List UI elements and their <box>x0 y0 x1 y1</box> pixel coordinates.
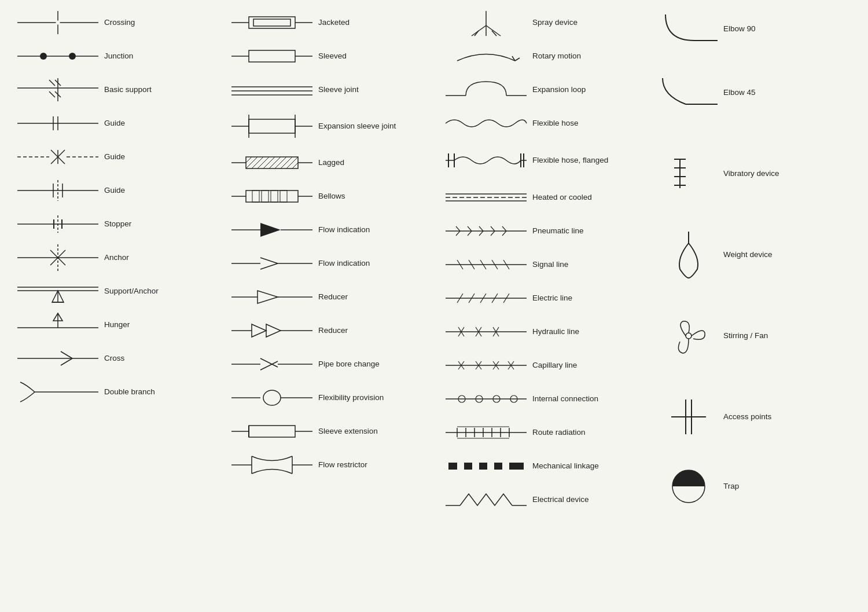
symbol-access-points <box>654 402 723 431</box>
svg-line-70 <box>281 157 292 168</box>
symbol-reducer2 <box>226 316 318 345</box>
label-guide3: Guide <box>104 185 226 196</box>
label-hydraulic-line: Hydraulic line <box>532 327 654 337</box>
row-stopper: Stopper <box>12 207 226 241</box>
symbol-flexible-hose <box>440 109 532 138</box>
row-signal-line: Signal line <box>440 248 654 281</box>
svg-line-116 <box>515 58 520 61</box>
svg-rect-102 <box>249 426 295 437</box>
label-hunger: Hunger <box>104 320 226 330</box>
svg-rect-173 <box>457 463 464 470</box>
label-pneumatic-line: Pneumatic line <box>532 226 654 236</box>
svg-point-99 <box>263 390 281 405</box>
row-spray-device: Spray device <box>440 6 654 39</box>
row-double-branch: Double branch <box>12 375 226 409</box>
row-guide3: Guide <box>12 174 226 207</box>
label-stirring-fan: Stirring / Fan <box>723 331 868 341</box>
column-1: Crossing Junction <box>12 6 226 606</box>
column-4: Elbow 90 Elbow 45 <box>654 6 868 606</box>
row-hunger: Hunger <box>12 308 226 342</box>
row-expansion-loop: Expansion loop <box>440 73 654 107</box>
symbol-route-radiation <box>440 418 532 447</box>
svg-marker-91 <box>252 324 266 337</box>
svg-point-5 <box>40 53 47 60</box>
svg-rect-47 <box>253 19 290 26</box>
row-sleeve-joint: Sleeve joint <box>226 73 440 107</box>
label-flexible-hose-flanged: Flexible hose, flanged <box>532 155 654 166</box>
symbol-signal-line <box>440 250 532 279</box>
row-flow-indication2: Flow indication <box>226 247 440 280</box>
symbol-flow-restrictor <box>226 450 318 479</box>
row-flexible-hose: Flexible hose <box>440 107 654 140</box>
label-double-branch: Double branch <box>104 387 226 397</box>
symbol-pipe-bore-change <box>226 350 318 379</box>
label-support-anchor: Support/Anchor <box>104 286 226 296</box>
label-rotary-motion: Rotary motion <box>532 51 654 61</box>
svg-line-11 <box>49 91 55 97</box>
row-bellows: Bellows <box>226 179 440 213</box>
row-rotary-motion: Rotary motion <box>440 39 654 73</box>
symbol-reducer1 <box>226 283 318 312</box>
label-expansion-sleeve-joint: Expansion sleeve joint <box>318 121 440 131</box>
svg-point-6 <box>69 53 76 60</box>
label-signal-line: Signal line <box>532 259 654 270</box>
label-flexibility-provision: Flexibility provision <box>318 393 440 403</box>
svg-line-63 <box>246 157 252 163</box>
svg-line-9 <box>49 80 55 86</box>
label-capillary-line: Capillary line <box>532 360 654 371</box>
symbol-pneumatic-line <box>440 217 532 245</box>
label-pipe-bore-change: Pipe bore change <box>318 359 440 369</box>
row-sleeved: Sleeved <box>226 39 440 73</box>
symbol-stirring-fan <box>654 321 723 350</box>
label-sleeve-joint: Sleeve joint <box>318 85 440 95</box>
symbol-sleeved <box>226 42 318 71</box>
svg-line-65 <box>252 157 263 168</box>
svg-rect-46 <box>249 17 295 28</box>
symbol-rotary-motion <box>440 42 532 71</box>
label-elbow-90: Elbow 90 <box>723 24 868 34</box>
symbol-trap <box>654 472 723 501</box>
symbol-flexible-hose-flanged <box>440 146 532 175</box>
row-reducer1: Reducer <box>226 280 440 314</box>
row-guide2: Guide <box>12 140 226 174</box>
symbol-expansion-sleeve-joint <box>226 112 318 141</box>
label-flow-indication1: Flow indication <box>318 225 440 235</box>
svg-marker-81 <box>260 223 281 237</box>
label-route-radiation: Route radiation <box>532 427 654 438</box>
row-crossing: Crossing <box>12 6 226 39</box>
symbol-electrical-device <box>440 485 532 514</box>
label-internal-connection: Internal connection <box>532 394 654 404</box>
symbol-expansion-loop <box>440 75 532 104</box>
symbol-cross <box>12 344 104 373</box>
row-capillary-line: Capillary line <box>440 349 654 382</box>
label-elbow-45: Elbow 45 <box>723 87 868 98</box>
symbol-jacketed <box>226 8 318 37</box>
svg-line-68 <box>269 157 281 168</box>
symbol-mechanical-linkage <box>440 452 532 481</box>
svg-rect-78 <box>271 190 278 202</box>
symbol-lagged <box>226 148 318 177</box>
row-pipe-bore-change: Pipe bore change <box>226 347 440 381</box>
svg-rect-56 <box>249 119 295 133</box>
svg-line-72 <box>292 163 298 168</box>
label-reducer1: Reducer <box>318 292 440 302</box>
symbol-elbow-45 <box>654 78 723 107</box>
symbol-weight-device <box>654 240 723 269</box>
row-flexibility-provision: Flexibility provision <box>226 381 440 415</box>
row-guide1: Guide <box>12 107 226 140</box>
page: Crossing Junction <box>0 0 868 612</box>
label-reducer2: Reducer <box>318 325 440 336</box>
row-pneumatic-line: Pneumatic line <box>440 214 654 248</box>
label-sleeve-extension: Sleeve extension <box>318 426 440 437</box>
label-flow-restrictor: Flow restrictor <box>318 460 440 470</box>
label-anchor: Anchor <box>104 252 226 263</box>
svg-rect-79 <box>280 190 287 202</box>
svg-line-69 <box>275 157 286 168</box>
label-electric-line: Electric line <box>532 293 654 303</box>
row-stirring-fan: Stirring / Fan <box>654 313 868 359</box>
svg-line-110 <box>472 25 486 36</box>
label-bellows: Bellows <box>318 191 440 201</box>
row-support-anchor: Support/Anchor <box>12 274 226 308</box>
symbol-flexibility-provision <box>226 383 318 412</box>
svg-rect-176 <box>502 463 509 470</box>
